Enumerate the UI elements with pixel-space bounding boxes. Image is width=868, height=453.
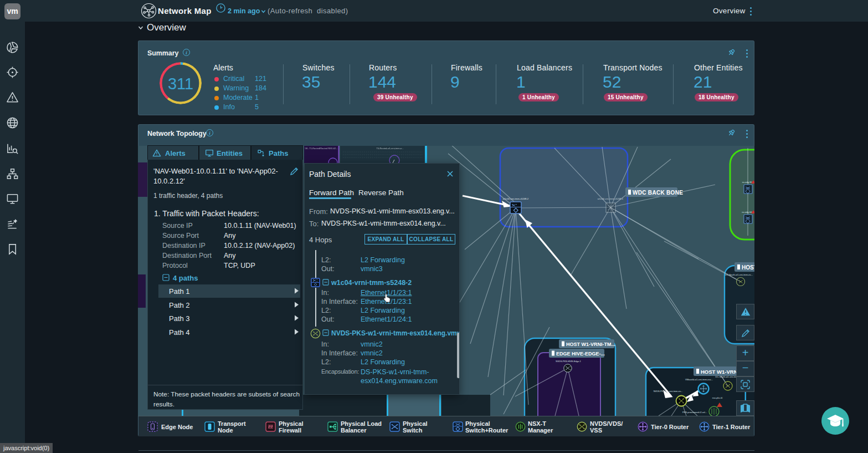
svg-text:VMworld-w1-vrni-tmm-esx...: VMworld-w1-vrni-tmm-esx... (685, 378, 713, 381)
svg-text:w1c04-vrni-tmm-s5248-1: w1c04-vrni-tmm-s5248-1 (598, 197, 624, 200)
svg-text:58...T1-Routed/Routed NSX-62..: 58...T1-Routed/Routed NSX-62... (305, 147, 337, 150)
svg-text:HOST W1-VRNI-TM...: HOST W1-VRNI-TM... (566, 342, 615, 347)
svg-text:PKS-provisioned-t2-vxl...: PKS-provisioned-t2-vxl... (682, 411, 707, 414)
svg-text:WDC BACK BONE: WDC BACK BONE (633, 190, 683, 196)
svg-text:NVDS-PKS-w1-vrni-tmm-es...: NVDS-PKS-w1-vrni-tmm-es... (654, 390, 683, 393)
svg-text:nsx-pks-t0: nsx-pks-t0 (712, 396, 723, 399)
svg-text:HOST W1-VRNI-: HOST W1-VRNI- (701, 369, 741, 375)
svg-text:w1c04-vrni-tmm-s5248-2: w1c04-vrni-tmm-s5248-2 (503, 197, 529, 200)
svg-text:EDGE HIVE-EDGE-...: EDGE HIVE-EDGE-... (556, 351, 605, 357)
svg-text:T0-Routed-w1-vrni-tmm-e...: T0-Routed-w1-vrni-tmm-e... (376, 147, 403, 150)
svg-text:DC-South-w1-vrni-tmm-es...: DC-South-w1-vrni-tmm-es... (725, 273, 753, 276)
svg-text:NVDS-PKS-HIVE-Edge-1: NVDS-PKS-HIVE-Edge-1 (556, 360, 581, 363)
svg-text:HOST: HOST (742, 264, 754, 271)
